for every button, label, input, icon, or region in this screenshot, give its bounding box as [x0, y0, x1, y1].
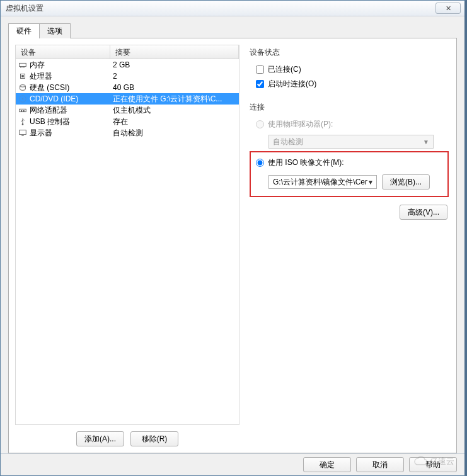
table-row[interactable]: 内存2 GB — [16, 59, 239, 71]
device-name: 显示器 — [30, 128, 52, 139]
svg-point-14 — [22, 124, 24, 126]
summary-cell: 2 — [110, 72, 239, 81]
svg-rect-11 — [20, 110, 26, 112]
disk-icon — [18, 83, 27, 92]
svg-point-10 — [22, 98, 24, 100]
iso-path-value: G:\云计算资料\镜像文件\Cer — [273, 177, 367, 188]
summary-cell: 自动检测 — [110, 128, 239, 139]
vm-settings-window: 虚拟机设置 ✕ 硬件 选项 设备 摘要 内存2 GB处理器2硬盘 (SCSI)4… — [0, 0, 467, 476]
svg-rect-13 — [23, 110, 25, 112]
tab-options[interactable]: 选项 — [40, 23, 71, 38]
physical-drive-dropdown: 自动检测 ▼ — [268, 135, 434, 149]
table-header: 设备 摘要 — [16, 45, 239, 59]
device-name: CD/DVD (IDE) — [30, 94, 78, 103]
connection-group: 连接 使用物理驱动器(P): 自动检测 ▼ 使用 ISO 映像文件(M): — [250, 102, 449, 220]
device-name: 硬盘 (SCSI) — [30, 82, 69, 93]
table-body: 内存2 GB处理器2硬盘 (SCSI)40 GBCD/DVD (IDE)正在使用… — [16, 59, 239, 139]
connect-power-checkbox-row[interactable]: 启动时连接(O) — [250, 77, 449, 92]
summary-cell: 正在使用文件 G:\云计算资料\C... — [110, 94, 239, 105]
svg-rect-12 — [21, 110, 22, 112]
iso-path-combo[interactable]: G:\云计算资料\镜像文件\Cer ▼ — [268, 175, 377, 189]
iso-label: 使用 ISO 映像文件(M): — [268, 157, 344, 168]
right-pane: 设备状态 已连接(C) 启动时连接(O) 连接 使用物理驱动器(P): — [246, 45, 450, 446]
display-icon — [18, 128, 27, 137]
titlebar: 虚拟机设置 ✕ — [1, 1, 464, 16]
summary-cell: 仅主机模式 — [110, 105, 239, 116]
help-button[interactable]: 帮助 — [409, 457, 457, 472]
iso-highlight-box: 使用 ISO 映像文件(M): G:\云计算资料\镜像文件\Cer ▼ 浏览(B… — [250, 151, 449, 197]
ok-button[interactable]: 确定 — [303, 457, 351, 472]
device-buttons: 添加(A)... 移除(R) — [15, 425, 239, 446]
device-name: 内存 — [30, 60, 45, 71]
table-row[interactable]: USB 控制器存在 — [16, 116, 239, 127]
connect-power-checkbox[interactable] — [256, 80, 264, 88]
device-status-group: 设备状态 已连接(C) 启动时连接(O) — [250, 47, 449, 92]
left-pane: 设备 摘要 内存2 GB处理器2硬盘 (SCSI)40 GBCD/DVD (ID… — [15, 45, 239, 446]
summary-cell: 2 GB — [110, 60, 239, 69]
usb-icon — [18, 117, 27, 126]
cd-icon — [18, 94, 27, 103]
window-title: 虚拟机设置 — [6, 3, 43, 14]
table-row[interactable]: 网络适配器仅主机模式 — [16, 105, 239, 116]
physical-drive-label: 使用物理驱动器(P): — [268, 119, 333, 130]
summary-cell: 存在 — [110, 116, 239, 127]
connected-checkbox-row[interactable]: 已连接(C) — [250, 63, 449, 77]
table-row[interactable]: 显示器自动检测 — [16, 127, 239, 139]
table-row[interactable]: 处理器2 — [16, 71, 239, 82]
device-name: 处理器 — [30, 71, 52, 82]
iso-radio-row[interactable]: 使用 ISO 映像文件(M): — [255, 156, 442, 171]
chevron-down-icon: ▼ — [367, 179, 374, 186]
browse-button[interactable]: 浏览(B)... — [382, 174, 430, 190]
summary-cell: 40 GB — [110, 83, 239, 92]
device-cell: USB 控制器 — [16, 116, 110, 127]
device-cell: 网络适配器 — [16, 105, 110, 116]
memory-icon — [18, 60, 27, 69]
add-button[interactable]: 添加(A)... — [76, 431, 124, 446]
svg-rect-0 — [20, 64, 26, 67]
connected-label: 已连接(C) — [268, 64, 301, 75]
device-name: 网络适配器 — [30, 105, 67, 116]
device-name: USB 控制器 — [30, 116, 70, 127]
iso-radio[interactable] — [256, 159, 264, 167]
device-cell: CD/DVD (IDE) — [16, 94, 110, 103]
col-device[interactable]: 设备 — [16, 45, 110, 59]
remove-button[interactable]: 移除(R) — [130, 431, 178, 446]
connection-title: 连接 — [250, 102, 449, 113]
device-cell: 显示器 — [16, 128, 110, 139]
iso-controls: G:\云计算资料\镜像文件\Cer ▼ 浏览(B)... — [268, 174, 442, 190]
footer: 确定 取消 帮助 — [1, 453, 464, 475]
tab-panel: 设备 摘要 内存2 GB处理器2硬盘 (SCSI)40 GBCD/DVD (ID… — [8, 38, 457, 453]
svg-rect-7 — [21, 76, 24, 78]
connect-power-label: 启动时连接(O) — [268, 79, 316, 89]
close-button[interactable]: ✕ — [435, 3, 461, 14]
tab-row: 硬件 选项 — [8, 23, 457, 38]
autodetect-text: 自动检测 — [273, 137, 303, 147]
col-summary[interactable]: 摘要 — [110, 45, 239, 59]
cancel-button[interactable]: 取消 — [356, 457, 404, 472]
physical-drive-radio-row[interactable]: 使用物理驱动器(P): — [250, 118, 449, 132]
device-table: 设备 摘要 内存2 GB处理器2硬盘 (SCSI)40 GBCD/DVD (ID… — [15, 45, 239, 425]
nic-icon — [18, 106, 27, 115]
table-row[interactable]: CD/DVD (IDE)正在使用文件 G:\云计算资料\C... — [16, 93, 239, 105]
tab-hardware[interactable]: 硬件 — [8, 23, 40, 38]
chevron-down-icon: ▼ — [423, 139, 429, 145]
svg-point-8 — [20, 85, 26, 88]
advanced-button[interactable]: 高级(V)... — [400, 205, 447, 220]
connected-checkbox[interactable] — [256, 65, 264, 74]
device-status-title: 设备状态 — [250, 47, 449, 58]
device-cell: 硬盘 (SCSI) — [16, 82, 110, 93]
device-cell: 处理器 — [16, 71, 110, 82]
physical-drive-radio[interactable] — [256, 120, 264, 128]
tabs-area: 硬件 选项 设备 摘要 内存2 GB处理器2硬盘 (SCSI)40 GBCD/D… — [1, 16, 464, 453]
device-cell: 内存 — [16, 60, 110, 71]
svg-rect-15 — [20, 130, 26, 135]
cpu-icon — [18, 72, 27, 81]
advanced-row: 高级(V)... — [250, 205, 449, 220]
table-row[interactable]: 硬盘 (SCSI)40 GB — [16, 82, 239, 93]
